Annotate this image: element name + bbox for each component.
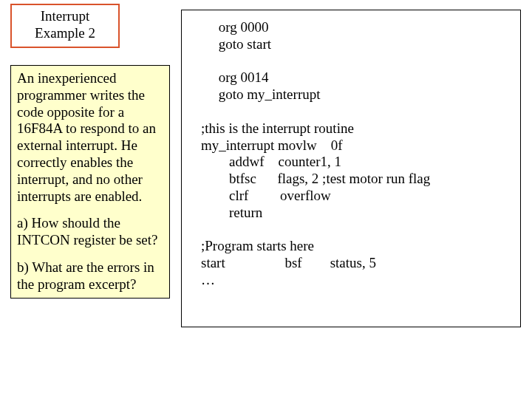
title-box: Interrupt Example 2 — [10, 4, 120, 48]
code-listing: org 0000 goto start org 0014 goto my_int… — [201, 19, 430, 289]
intro-paragraph: An inexperienced programmer writes the c… — [17, 70, 163, 205]
question-b: b) What are the errors in the program ex… — [17, 259, 163, 293]
question-a: a) How should the INTCON register be set… — [17, 215, 163, 249]
title-line-2: Example 2 — [16, 25, 114, 42]
title-line-1: Interrupt — [16, 8, 114, 25]
explanation-box: An inexperienced programmer writes the c… — [10, 65, 170, 299]
code-listing-box: org 0000 goto start org 0014 goto my_int… — [181, 10, 521, 327]
